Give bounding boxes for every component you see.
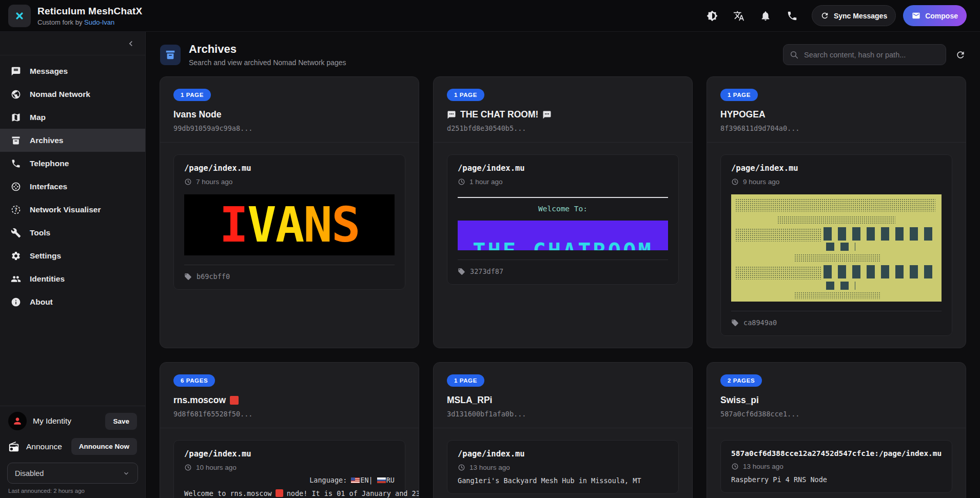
card-hash: 8f396811d9d704a0... bbox=[720, 124, 952, 132]
phone-icon bbox=[787, 10, 798, 22]
archives-grid: 1 PAGE Ivans Node 99db91059a9c99a8... /p… bbox=[146, 75, 980, 498]
globe-icon bbox=[11, 89, 21, 99]
page-preview-card[interactable]: /page/index.mu 7 hours ago IVANS b69cbff… bbox=[173, 154, 405, 290]
announce-mode-select[interactable]: Disabled bbox=[7, 463, 138, 484]
speech-balloon-icon bbox=[542, 110, 552, 119]
theme-toggle-button[interactable] bbox=[700, 4, 724, 28]
interfaces-icon bbox=[11, 182, 21, 192]
ascii-art-preview: IVANS bbox=[184, 194, 395, 255]
clock-icon bbox=[458, 178, 465, 186]
page-preview-card[interactable]: /page/index.mu 1 hour ago Welcome To: TH… bbox=[447, 154, 679, 285]
x-logo-icon bbox=[13, 9, 26, 23]
clock-icon bbox=[731, 463, 739, 470]
clock-icon bbox=[458, 464, 465, 471]
chatroom-banner-preview: THE CHATROOM bbox=[458, 221, 668, 250]
brightness-icon bbox=[707, 10, 718, 22]
archive-card-rns-moscow[interactable]: 6 PAGES rns.moscow 🟥 9d8f681f65528f50...… bbox=[160, 362, 419, 498]
author-link[interactable]: Sudo-Ivan bbox=[84, 18, 114, 26]
page-count-badge: 6 PAGES bbox=[173, 374, 215, 387]
page-body-text: Gang1eri's Backyard Mesh Hub in Missoula… bbox=[458, 476, 668, 485]
sidebar-item-settings[interactable]: Settings bbox=[0, 244, 145, 267]
card-hash: 99db91059a9c99a8... bbox=[173, 124, 405, 132]
page-preview-card[interactable]: 587a0cf6d388cce12a27452d547cfc1e:/page/i… bbox=[720, 440, 952, 493]
card-hash: 3d131600bf1afa0b... bbox=[447, 410, 679, 418]
avatar[interactable] bbox=[8, 412, 27, 430]
archives-page-icon bbox=[160, 45, 181, 65]
card-title: THE CHAT ROOM! bbox=[447, 109, 679, 120]
archive-search bbox=[783, 44, 946, 65]
sidebar-item-telephone[interactable]: Telephone bbox=[0, 152, 145, 175]
archive-card-ivans-node[interactable]: 1 PAGE Ivans Node 99db91059a9c99a8... /p… bbox=[160, 76, 419, 348]
app-shell: Messages Nomad Network Map Archives Tele… bbox=[0, 32, 980, 498]
app-brand: Reticulum MeshChatX Custom fork by Sudo-… bbox=[8, 5, 142, 27]
page-subtitle: Search and view archived Nomad Network p… bbox=[189, 58, 783, 67]
notifications-button[interactable] bbox=[753, 4, 778, 28]
archive-card-msla-rpi[interactable]: 1 PAGE MSLA_RPi 3d131600bf1afa0b... /pag… bbox=[433, 362, 693, 498]
red-square-emoji: 🟥 bbox=[276, 489, 283, 497]
save-button[interactable]: Save bbox=[105, 413, 137, 430]
archive-icon bbox=[11, 135, 21, 146]
identity-label: My Identity bbox=[33, 416, 99, 426]
page-preview-card[interactable]: /page/index.mu 10 hours ago Language:EN|… bbox=[173, 440, 405, 498]
sidebar-item-network-visualiser[interactable]: Network Visualiser bbox=[0, 198, 145, 221]
card-hash: d251bfd8e30540b5... bbox=[447, 124, 679, 132]
red-square-emoji: 🟥 bbox=[230, 396, 239, 405]
sidebar-item-tools[interactable]: Tools bbox=[0, 221, 145, 244]
sidebar-item-nomad-network[interactable]: Nomad Network bbox=[0, 83, 145, 106]
refresh-archives-button[interactable] bbox=[955, 50, 966, 60]
clock-icon bbox=[184, 178, 192, 186]
person-icon bbox=[12, 416, 23, 426]
page-path: /page/index.mu bbox=[184, 449, 395, 459]
archive-card-swiss-pi[interactable]: 2 PAGES Swiss_pi 587a0cf6d388cce1... 587… bbox=[707, 362, 966, 498]
bell-icon bbox=[760, 10, 771, 22]
language-button[interactable] bbox=[727, 4, 751, 28]
sidebar-item-map[interactable]: Map bbox=[0, 106, 145, 129]
search-input[interactable] bbox=[804, 51, 939, 59]
call-button[interactable] bbox=[780, 4, 805, 28]
page-preview-card[interactable]: /page/index.mu 9 hours ago bbox=[720, 154, 952, 336]
sidebar-item-identities[interactable]: Identities bbox=[0, 267, 145, 290]
archive-card-hypogea[interactable]: 1 PAGE HYPOGEA 8f396811d9d704a0... /page… bbox=[707, 76, 966, 348]
welcome-text: Welcome To: bbox=[458, 205, 668, 213]
topbar-actions: Sync Messages Compose bbox=[700, 4, 967, 28]
sidebar-menu: Messages Nomad Network Map Archives Tele… bbox=[0, 55, 145, 317]
announce-now-button[interactable]: Announce Now bbox=[71, 438, 137, 455]
card-title: HYPOGEA bbox=[720, 109, 952, 120]
refresh-icon bbox=[820, 11, 829, 20]
main-content: Archives Search and view archived Nomad … bbox=[146, 32, 980, 498]
radio-icon bbox=[8, 441, 19, 452]
identity-row: My Identity Save bbox=[0, 406, 145, 435]
page-preview-card[interactable]: /page/index.mu 13 hours ago Gang1eri's B… bbox=[447, 440, 679, 494]
info-icon bbox=[11, 297, 21, 307]
compose-button[interactable]: Compose bbox=[903, 5, 967, 26]
page-path: 587a0cf6d388cce12a27452d547cfc1e:/page/i… bbox=[731, 449, 942, 457]
preview-divider bbox=[458, 197, 668, 198]
ru-flag-icon bbox=[377, 477, 386, 483]
app-logo[interactable] bbox=[8, 5, 31, 27]
card-title: rns.moscow 🟥 bbox=[173, 395, 405, 406]
clock-icon bbox=[184, 464, 192, 471]
page-count-badge: 1 PAGE bbox=[447, 89, 484, 101]
translate-icon bbox=[733, 10, 744, 22]
announce-row: Announce Announce Now bbox=[0, 435, 145, 462]
sidebar-item-about[interactable]: About bbox=[0, 290, 145, 313]
chevron-left-icon bbox=[126, 38, 136, 49]
tag-icon bbox=[184, 273, 192, 281]
sync-messages-button[interactable]: Sync Messages bbox=[812, 5, 896, 26]
sidebar-item-archives[interactable]: Archives bbox=[0, 129, 145, 152]
version-tag: b69cbff0 bbox=[184, 265, 395, 281]
ascii-art-preview bbox=[731, 194, 942, 302]
page-time: 7 hours ago bbox=[184, 178, 395, 186]
page-header: Archives Search and view archived Nomad … bbox=[146, 32, 980, 75]
language-line: Language:EN|RU bbox=[184, 476, 395, 484]
page-title: Archives bbox=[189, 43, 783, 56]
card-title: Swiss_pi bbox=[720, 395, 952, 406]
page-body-text: Raspberry Pi 4 RNS Node bbox=[731, 475, 942, 484]
search-icon bbox=[790, 50, 799, 59]
page-time: 1 hour ago bbox=[458, 178, 668, 186]
announce-label: Announce bbox=[26, 442, 65, 451]
sidebar-item-messages[interactable]: Messages bbox=[0, 59, 145, 83]
archive-card-chat-room[interactable]: 1 PAGE THE CHAT ROOM! d251bfd8e30540b5..… bbox=[433, 76, 693, 348]
sidebar-item-interfaces[interactable]: Interfaces bbox=[0, 175, 145, 198]
sidebar-collapse-button[interactable] bbox=[123, 35, 139, 52]
